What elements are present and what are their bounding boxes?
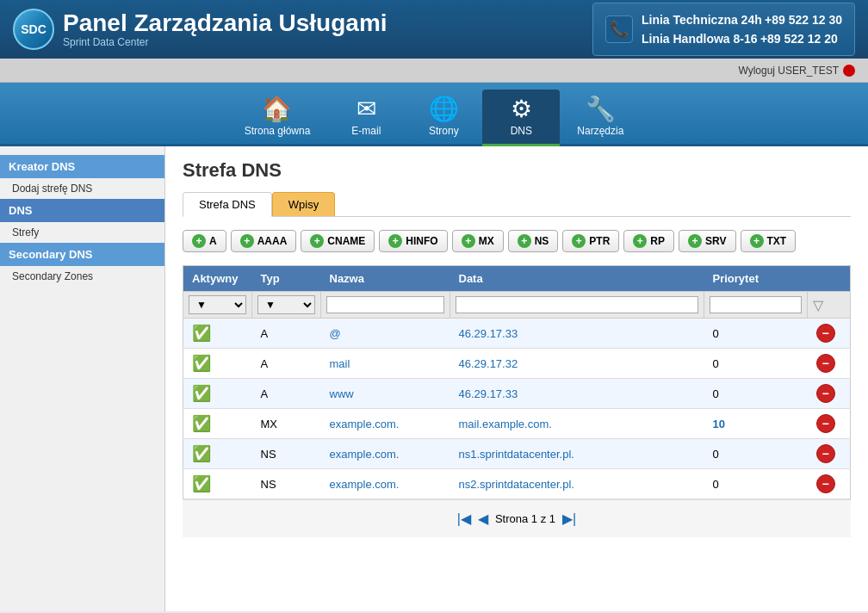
data-link-5[interactable]: ns2.sprintdatacenter.pl.	[459, 478, 574, 491]
delete-btn-5[interactable]: −	[816, 474, 835, 493]
dns-records-table: Aktywny Typ Nazwa Data Priorytet	[183, 265, 851, 499]
page-title: Strefa DNS	[183, 159, 851, 182]
nav-item-home[interactable]: 🏠 Strona główna	[227, 90, 328, 144]
nav-label-email: E-mail	[351, 125, 381, 137]
nav-item-pages[interactable]: 🌐 Strony	[405, 90, 482, 144]
data-link-0[interactable]: 46.29.17.33	[459, 327, 518, 340]
active-icon-0: ✅	[192, 325, 211, 342]
logo-circle: SDC	[13, 9, 54, 50]
filter-typ-select[interactable]: ▼	[257, 295, 315, 314]
dns-btn-rp[interactable]: + RP	[623, 230, 674, 252]
tools-icon: 🔧	[586, 95, 616, 123]
sidebar-item-secondary-zones[interactable]: Secondary Zones	[0, 266, 164, 287]
line1-label: Linia Techniczna 24h	[642, 13, 762, 27]
filter-aktywny-select[interactable]: ▼	[189, 295, 246, 314]
nav-item-dns[interactable]: ⚙ DNS	[482, 90, 560, 146]
sidebar-item-dns[interactable]: DNS	[0, 199, 164, 222]
tab-wpisy[interactable]: Wpisy	[272, 192, 335, 216]
cell-action-5: −	[808, 469, 851, 499]
cell-action-3: −	[808, 409, 851, 439]
sidebar-item-kreator-dns[interactable]: Kreator DNS	[0, 155, 164, 178]
filter-priorytet[interactable]	[704, 292, 808, 319]
dns-btn-mx[interactable]: + MX	[452, 230, 504, 252]
col-action	[808, 266, 851, 292]
line1-phone: +89 522 12 30	[765, 13, 842, 27]
dns-btn-hinfo[interactable]: + HINFO	[379, 230, 447, 252]
filter-nazwa-input[interactable]	[326, 296, 444, 313]
nazwa-link-5[interactable]: example.com.	[330, 478, 400, 491]
table-row: ✅ A www 46.29.17.33 0 −	[183, 379, 851, 409]
nav-item-tools[interactable]: 🔧 Narzędzia	[560, 90, 641, 144]
active-icon-5: ✅	[192, 475, 211, 492]
plus-icon-ns: +	[518, 234, 531, 248]
btn-label-hinfo: HINFO	[406, 235, 437, 247]
first-page-btn[interactable]: |◀	[457, 511, 471, 527]
sidebar-item-dodaj-strefe[interactable]: Dodaj strefę DNS	[0, 178, 164, 199]
pages-icon: 🌐	[429, 95, 459, 123]
cell-action-1: −	[808, 349, 851, 379]
plus-icon-cname: +	[310, 234, 324, 248]
prev-page-btn[interactable]: ◀	[478, 511, 488, 527]
nazwa-link-4[interactable]: example.com.	[330, 448, 400, 461]
table-row: ✅ A @ 46.29.17.33 0 −	[183, 319, 851, 349]
filter-nazwa[interactable]	[321, 292, 450, 319]
dns-btn-ns[interactable]: + NS	[508, 230, 559, 252]
logo-text: SDC	[21, 22, 46, 36]
header-title: Panel Zarządzania Usługami Sprint Data C…	[63, 10, 388, 49]
logout-link[interactable]: Wyloguj USER_TEST	[738, 65, 855, 77]
sidebar-item-strefy[interactable]: Strefy	[0, 222, 164, 243]
delete-btn-2[interactable]: −	[816, 384, 835, 403]
sidebar: Kreator DNS Dodaj strefę DNS DNS Strefy …	[0, 146, 165, 611]
nav-item-email[interactable]: ✉ E-mail	[327, 90, 405, 144]
sidebar-label-dns: DNS	[9, 204, 32, 217]
filter-icon: ▽	[813, 298, 823, 313]
delete-btn-0[interactable]: −	[816, 324, 835, 343]
nazwa-link-2[interactable]: www	[330, 387, 354, 400]
filter-typ[interactable]: ▼	[252, 292, 321, 319]
cell-priorytet-5: 0	[704, 469, 808, 499]
nav-label-pages: Strony	[429, 125, 459, 137]
nav-bar: 🏠 Strona główna ✉ E-mail 🌐 Strony ⚙ DNS …	[0, 83, 868, 146]
filter-row: ▼ ▼ ▽	[183, 292, 851, 319]
delete-btn-4[interactable]: −	[816, 444, 835, 463]
nazwa-link-3[interactable]: example.com.	[330, 418, 400, 430]
logout-icon	[843, 65, 855, 77]
tab-strefa-dns[interactable]: Strefa DNS	[183, 192, 272, 217]
data-link-4[interactable]: ns1.sprintdatacenter.pl.	[459, 448, 574, 461]
app-title: Panel Zarządzania Usługami	[63, 10, 388, 37]
data-link-2[interactable]: 46.29.17.33	[459, 387, 518, 400]
filter-data-input[interactable]	[456, 296, 698, 313]
btn-label-aaaa: AAAA	[257, 235, 288, 247]
sidebar-label-dodaj-strefe: Dodaj strefę DNS	[12, 183, 92, 195]
phone-icon: 📞	[605, 15, 633, 43]
dns-btn-srv[interactable]: + SRV	[679, 230, 735, 252]
dns-btn-txt[interactable]: + TXT	[741, 230, 797, 252]
dns-btn-ptr[interactable]: + PTR	[562, 230, 619, 252]
dns-btn-a[interactable]: + A	[183, 230, 226, 252]
plus-icon-a: +	[192, 234, 206, 248]
data-link-1[interactable]: 46.29.17.32	[459, 357, 518, 370]
delete-btn-1[interactable]: −	[816, 354, 835, 373]
sidebar-item-secondary-dns[interactable]: Secondary DNS	[0, 243, 164, 266]
table-row: ✅ MX example.com. mail.example.com. 10 −	[183, 409, 851, 439]
btn-label-cname: CNAME	[327, 235, 365, 247]
cell-typ-4: NS	[252, 439, 321, 469]
tab-label-strefa-dns: Strefa DNS	[199, 198, 256, 211]
plus-icon-rp: +	[633, 234, 647, 248]
nav-label-home: Strona główna	[245, 125, 311, 137]
data-link-3[interactable]: mail.example.com.	[459, 418, 552, 430]
nazwa-link-0[interactable]: @	[330, 327, 341, 340]
col-priorytet: Priorytet	[704, 266, 808, 292]
header: SDC Panel Zarządzania Usługami Sprint Da…	[0, 0, 868, 59]
home-icon: 🏠	[262, 95, 292, 123]
nazwa-link-1[interactable]: mail	[330, 357, 350, 370]
contact-line1: Linia Techniczna 24h +89 522 12 30	[642, 10, 842, 29]
filter-data[interactable]	[450, 292, 704, 319]
dns-btn-cname[interactable]: + CNAME	[301, 230, 375, 252]
filter-priorytet-input[interactable]	[710, 296, 802, 313]
next-page-btn[interactable]: ▶|	[562, 511, 576, 527]
filter-aktywny[interactable]: ▼	[183, 292, 252, 319]
delete-btn-3[interactable]: −	[816, 414, 835, 433]
dns-btn-aaaa[interactable]: + AAAA	[231, 230, 297, 252]
cell-data-0: 46.29.17.33	[450, 319, 704, 349]
